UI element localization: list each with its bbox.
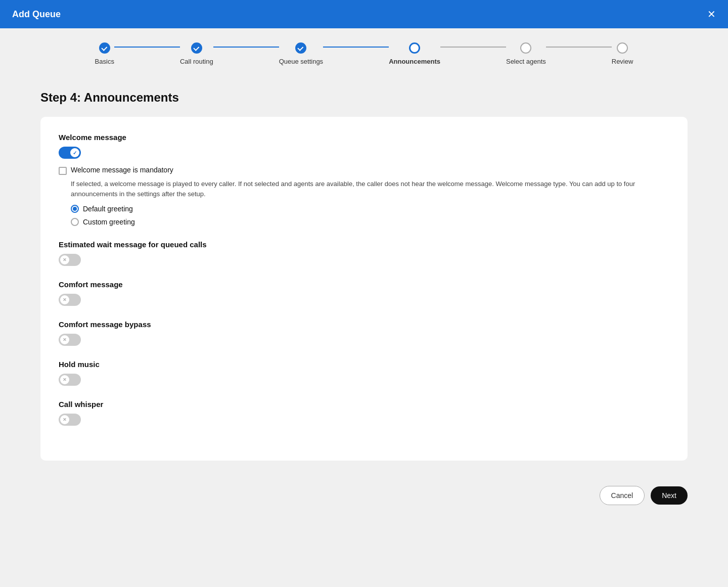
stepper: Basics Call routing Queue settings Annou… — [0, 28, 728, 75]
main-content: Step 4: Announcements Welcome message We… — [0, 75, 728, 476]
hold-music-title: Hold music — [59, 360, 669, 369]
step-circle-queue-settings — [295, 42, 306, 54]
step-label-basics: Basics — [95, 58, 114, 65]
estimated-wait-section: Estimated wait message for queued calls — [59, 240, 669, 266]
card: Welcome message Welcome message is manda… — [40, 117, 688, 461]
call-whisper-title: Call whisper — [59, 400, 669, 409]
close-button[interactable]: ✕ — [707, 9, 716, 19]
welcome-message-section: Welcome message Welcome message is manda… — [59, 133, 669, 226]
call-whisper-section: Call whisper — [59, 400, 669, 426]
toggle-knob-5 — [60, 375, 69, 384]
comfort-message-section: Comfort message — [59, 280, 669, 306]
step-select-agents: Select agents — [506, 42, 546, 65]
call-whisper-toggle[interactable] — [59, 414, 81, 426]
dialog-title: Add Queue — [12, 9, 61, 20]
step-circle-call-routing — [191, 42, 202, 54]
footer: Cancel Next — [0, 476, 728, 515]
toggle-knob-6 — [60, 415, 69, 424]
estimated-wait-title: Estimated wait message for queued calls — [59, 240, 669, 249]
custom-greeting-row: Custom greeting — [71, 218, 669, 226]
step-label-announcements: Announcements — [389, 58, 440, 65]
step-announcements: Announcements — [389, 42, 440, 65]
step-label-queue-settings: Queue settings — [279, 58, 323, 65]
welcome-message-toggle[interactable] — [59, 147, 81, 159]
step-basics: Basics — [95, 42, 114, 65]
step-line-4 — [440, 47, 506, 48]
hold-music-section: Hold music — [59, 360, 669, 386]
welcome-description: If selected, a welcome message is played… — [71, 179, 669, 199]
step-line-3 — [323, 47, 389, 48]
step-label-call-routing: Call routing — [180, 58, 213, 65]
step-call-routing: Call routing — [180, 42, 213, 65]
cancel-button[interactable]: Cancel — [600, 486, 645, 505]
comfort-message-toggle[interactable] — [59, 294, 81, 306]
welcome-mandatory-checkbox[interactable] — [59, 167, 67, 175]
comfort-message-title: Comfort message — [59, 280, 669, 289]
step-circle-announcements — [409, 42, 420, 54]
step-line-5 — [546, 47, 612, 48]
next-button[interactable]: Next — [651, 486, 688, 505]
step-label-review: Review — [612, 58, 633, 65]
custom-greeting-radio[interactable] — [71, 218, 79, 226]
welcome-mandatory-row: Welcome message is mandatory — [59, 166, 669, 175]
toggle-knob-2 — [60, 255, 69, 264]
comfort-bypass-title: Comfort message bypass — [59, 320, 669, 329]
step-circle-review — [617, 42, 628, 54]
welcome-message-title: Welcome message — [59, 133, 669, 142]
step-label-select-agents: Select agents — [506, 58, 546, 65]
step-line-1 — [114, 47, 180, 48]
custom-greeting-label: Custom greeting — [83, 218, 135, 226]
comfort-bypass-toggle[interactable] — [59, 334, 81, 346]
header: Add Queue ✕ — [0, 0, 728, 28]
greeting-radio-group: Default greeting Custom greeting — [71, 205, 669, 226]
toggle-knob-4 — [60, 335, 69, 344]
default-greeting-label: Default greeting — [83, 205, 133, 213]
step-circle-select-agents — [520, 42, 531, 54]
page-title: Step 4: Announcements — [40, 91, 688, 105]
step-queue-settings: Queue settings — [279, 42, 323, 65]
step-review: Review — [612, 42, 633, 65]
default-greeting-row: Default greeting — [71, 205, 669, 213]
toggle-knob-3 — [60, 295, 69, 304]
step-circle-basics — [99, 42, 110, 54]
toggle-knob — [70, 148, 79, 157]
hold-music-toggle[interactable] — [59, 374, 81, 386]
comfort-bypass-section: Comfort message bypass — [59, 320, 669, 346]
estimated-wait-toggle[interactable] — [59, 254, 81, 266]
default-greeting-radio[interactable] — [71, 205, 79, 213]
welcome-mandatory-label: Welcome message is mandatory — [71, 166, 173, 174]
step-line-2 — [213, 47, 279, 48]
